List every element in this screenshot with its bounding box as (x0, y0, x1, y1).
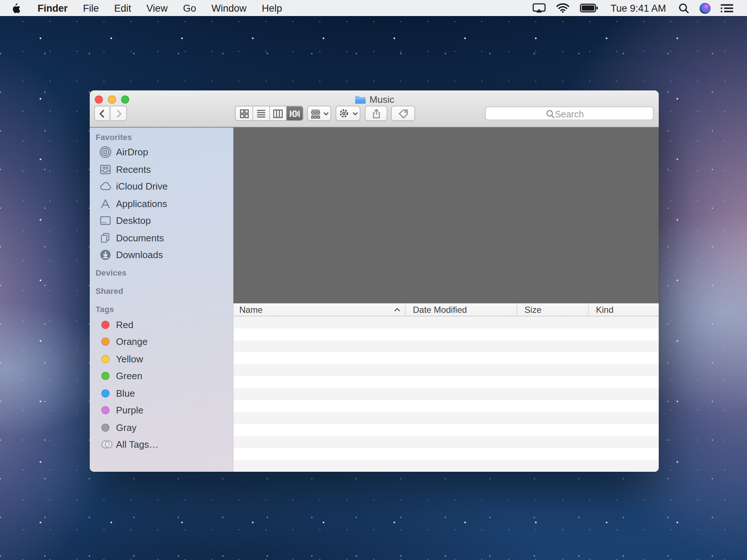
tag-label: Blue (116, 388, 135, 399)
sidebar-item-label: Downloads (116, 250, 163, 261)
cover-flow-icon (289, 108, 301, 119)
arrange-icon (310, 108, 321, 119)
sidebar-section-shared: Shared (90, 285, 233, 296)
close-button[interactable] (95, 96, 103, 104)
column-label: Name (239, 304, 263, 315)
tag-blue[interactable]: Blue (90, 385, 233, 402)
share-button[interactable] (365, 106, 387, 121)
sidebar-item-label: Desktop (116, 215, 151, 226)
siri-icon[interactable] (694, 0, 716, 16)
apple-logo-icon (11, 3, 20, 13)
tag-purple[interactable]: Purple (90, 402, 233, 419)
sidebar-item-desktop[interactable]: Desktop (90, 212, 233, 229)
column-view-icon (272, 108, 284, 119)
tag-color-dot (101, 321, 109, 329)
tag-label: Red (116, 319, 133, 330)
tag-all-tags[interactable]: All Tags… (90, 436, 233, 453)
tag-color-dot (101, 355, 109, 363)
view-switcher (235, 106, 303, 121)
forward-button[interactable] (111, 106, 127, 121)
cover-flow-area (233, 128, 659, 303)
battery-icon[interactable] (575, 0, 603, 16)
column-header-size[interactable]: Size (517, 303, 589, 316)
tag-color-dot (101, 424, 109, 432)
list-column-headers: Name Date Modified Size Kind (233, 303, 659, 316)
siri-orb (700, 3, 711, 13)
tag-red[interactable]: Red (90, 316, 233, 333)
search-input[interactable] (486, 108, 653, 121)
tag-label: Purple (116, 405, 143, 416)
sidebar-item-icloud-drive[interactable]: iCloud Drive (90, 178, 233, 195)
downloads-icon (99, 249, 112, 261)
column-header-name[interactable]: Name (233, 303, 406, 316)
toolbar-search (485, 106, 654, 120)
main-pane: Name Date Modified Size Kind (233, 128, 659, 472)
minimize-button[interactable] (108, 96, 116, 104)
menu-bar-clock[interactable]: Tue 9:41 AM (603, 3, 673, 13)
menu-help[interactable]: Help (254, 0, 290, 16)
chevron-down-icon (323, 111, 329, 116)
applications-icon (99, 198, 112, 210)
file-list-rows (233, 316, 659, 472)
tag-label: Orange (116, 337, 148, 347)
menu-edit[interactable]: Edit (107, 0, 139, 16)
sidebar-item-label: Applications (116, 198, 167, 209)
tag-label: Yellow (116, 354, 143, 365)
column-view-button[interactable] (269, 106, 286, 120)
column-label: Size (525, 304, 542, 315)
cover-flow-view-button[interactable] (286, 106, 303, 120)
tag-label: All Tags… (116, 439, 159, 450)
column-label: Kind (596, 304, 614, 315)
menu-window[interactable]: Window (204, 0, 254, 16)
tag-gray[interactable]: Gray (90, 419, 233, 436)
apple-menu[interactable] (0, 0, 30, 16)
action-button[interactable] (336, 106, 360, 121)
menu-view[interactable]: View (139, 0, 175, 16)
sidebar-item-recents[interactable]: Recents (90, 161, 233, 178)
back-button[interactable] (94, 106, 110, 121)
menu-finder[interactable]: Finder (30, 0, 76, 16)
tag-label: Green (116, 371, 142, 382)
column-header-date-modified[interactable]: Date Modified (406, 303, 517, 316)
menu-file[interactable]: File (76, 0, 107, 16)
icon-view-icon (238, 108, 250, 119)
airdrop-icon (99, 146, 112, 159)
sidebar-section-devices: Devices (90, 267, 233, 277)
tag-color-dot (101, 407, 109, 415)
sidebar-item-airdrop[interactable]: AirDrop (90, 144, 233, 161)
window-title-area: Music (90, 94, 659, 105)
zoom-button[interactable] (121, 96, 129, 104)
window-chrome: Music (90, 90, 659, 128)
icon-view-button[interactable] (236, 106, 252, 120)
tag-button[interactable] (391, 106, 415, 121)
tag-yellow[interactable]: Yellow (90, 350, 233, 368)
tag-color-dot (101, 372, 109, 380)
list-view-button[interactable] (252, 106, 269, 120)
sort-ascending-icon (394, 307, 400, 312)
icloud-icon (99, 180, 112, 193)
sidebar-item-documents[interactable]: Documents (90, 229, 233, 246)
window-title: Music (369, 94, 394, 105)
share-icon (370, 108, 382, 119)
search-icon (545, 109, 555, 119)
sidebar-item-downloads[interactable]: Downloads (90, 246, 233, 264)
sidebar-section-favorites: Favorites (90, 132, 233, 142)
spotlight-icon[interactable] (673, 0, 694, 16)
desktop: Finder File Edit View Go Window Help (0, 0, 747, 560)
tag-color-dot (101, 338, 109, 346)
arrange-button[interactable] (307, 106, 331, 121)
tag-green[interactable]: Green (90, 368, 233, 385)
chevron-right-icon (113, 108, 124, 119)
tag-orange[interactable]: Orange (90, 333, 233, 350)
recents-icon (99, 163, 112, 176)
sidebar-item-label: AirDrop (116, 147, 148, 158)
sidebar-item-label: Recents (116, 164, 151, 175)
column-header-kind[interactable]: Kind (589, 303, 659, 316)
wifi-icon[interactable] (551, 0, 575, 16)
airplay-icon[interactable] (527, 0, 551, 16)
sidebar-item-applications[interactable]: Applications (90, 195, 233, 212)
folder-proxy-icon (354, 94, 366, 104)
notification-center-icon[interactable] (716, 0, 738, 16)
menu-go[interactable]: Go (175, 0, 204, 16)
column-label: Date Modified (413, 304, 467, 315)
